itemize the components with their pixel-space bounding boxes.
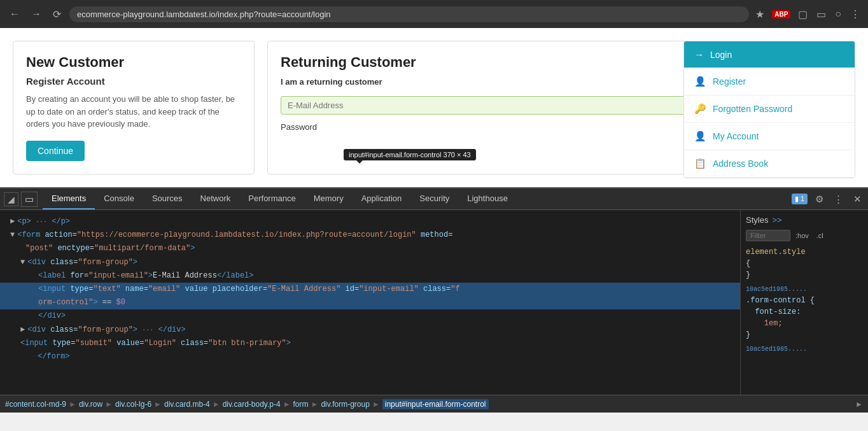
tab-lighthouse[interactable]: Lighthouse: [458, 188, 517, 209]
code-line-form-method: "post" enctype="multipart/form-data">: [0, 242, 740, 255]
bc-card-body[interactable]: div.card-body.p-4: [223, 400, 281, 409]
styles-panel: Styles >> :hov .cl element.style { } 10a…: [741, 210, 868, 395]
sidebar-item-address-label: Address Book: [713, 159, 768, 169]
form-control-selector: .form-control {: [746, 296, 815, 305]
code-line-div2: ►<div class="form-group"> ··· </div>: [0, 323, 740, 337]
sidebar-item-forgotten-password[interactable]: 🔑 Forgotten Password: [684, 95, 855, 123]
code-line-div-close: </div>: [0, 309, 740, 323]
sidebar-item-login-label: Login: [710, 50, 732, 60]
code-line-p: ►<p> ··· </p>: [0, 215, 740, 229]
tab-sources[interactable]: Sources: [143, 188, 192, 209]
tab-network[interactable]: Network: [192, 188, 240, 209]
address-book-icon: 📋: [694, 158, 706, 169]
bc-form[interactable]: form: [293, 400, 309, 409]
forward-button[interactable]: →: [28, 7, 45, 21]
login-icon: →: [694, 49, 704, 60]
console-icon[interactable]: ▮ 1: [792, 194, 808, 204]
code-line-form-open: ▼<form action="https://ecommerce-playgro…: [0, 229, 740, 242]
more-options-icon[interactable]: ⋮: [831, 191, 846, 208]
url-bar[interactable]: [69, 6, 749, 22]
bc-content[interactable]: #content.col-md-9: [5, 400, 66, 409]
sidebar-item-register[interactable]: 👤 Register: [684, 68, 855, 95]
register-icon: 👤: [694, 76, 706, 87]
extensions-icon[interactable]: ▢: [797, 7, 809, 22]
register-account-subtitle: Register Account: [26, 76, 241, 87]
element-style-rule: element.style { }: [746, 246, 863, 281]
breadcrumb-arrow[interactable]: ►: [855, 400, 863, 409]
sidebar-item-address-book[interactable]: 📋 Address Book: [684, 150, 855, 178]
filter-hov-button[interactable]: :hov: [793, 231, 811, 240]
bc-form-group[interactable]: div.form-group: [321, 400, 369, 409]
sidebar-item-register-label: Register: [713, 76, 746, 87]
new-customer-card: New Customer Register Account By creatin…: [13, 41, 255, 174]
styles-header: Styles >>: [746, 215, 863, 225]
code-line-div-form-group: ▼<div class="form-group">: [0, 256, 740, 269]
code-line-input-close: orm-control"> == $0: [0, 296, 740, 309]
devtools-body: ►<p> ··· </p> ▼<form action="https://eco…: [0, 210, 868, 395]
font-size-val: 1em;: [764, 319, 783, 328]
sidebar-item-login[interactable]: → Login: [684, 41, 855, 68]
tab-elements[interactable]: Elements: [43, 188, 95, 209]
bc-input-email[interactable]: input#input-email.form-control: [382, 399, 489, 409]
filter-cls-button[interactable]: .cl: [814, 231, 826, 240]
sidebar-item-forgotten-label: Forgotten Password: [713, 104, 792, 114]
menu-icon[interactable]: ⋮: [849, 7, 862, 22]
page-content: New Customer Register Account By creatin…: [0, 28, 868, 187]
continue-button[interactable]: Continue: [26, 141, 85, 161]
reload-button[interactable]: ⟳: [50, 7, 64, 22]
new-customer-description: By creating an account you will be able …: [26, 93, 241, 131]
close-icon[interactable]: ✕: [851, 191, 864, 208]
tab-performance[interactable]: Performance: [239, 188, 304, 209]
form-control-rule: 10ac5ed1985..... .form-control { font-si…: [746, 283, 863, 341]
devtools-tabbar: ◢ ▭ Elements Console Sources Network Per…: [0, 188, 868, 210]
sidebar-item-account-label: My Account: [713, 131, 759, 141]
filter-bar: :hov .cl: [746, 230, 863, 241]
code-line-input-open: <input type="text" name="email" value pl…: [0, 283, 740, 296]
new-customer-title: New Customer: [26, 54, 241, 71]
code-line-form-close: </form>: [0, 350, 740, 364]
browser-chrome: ← → ⟳ ★ ABP ▢ ▭ ○ ⋮: [0, 0, 868, 28]
bc-row[interactable]: div.row: [79, 400, 102, 409]
star-icon[interactable]: ★: [754, 7, 766, 22]
profile-icon[interactable]: ○: [834, 7, 843, 21]
second-rule: 10ac5ed1985.....: [746, 343, 863, 355]
tab-memory[interactable]: Memory: [305, 188, 353, 209]
element-tooltip: input#input-email.form-control 370 × 43: [344, 149, 476, 160]
tab-security[interactable]: Security: [410, 188, 458, 209]
filter-input[interactable]: [746, 230, 790, 241]
key-icon: 🔑: [694, 103, 706, 115]
tab-console[interactable]: Console: [95, 188, 143, 209]
account-sidebar: → Login 👤 Register 🔑 Forgotten Password …: [683, 41, 855, 178]
window-icon[interactable]: ▭: [815, 7, 827, 22]
settings-icon[interactable]: ⚙: [813, 191, 826, 208]
style-source-2: 10ac5ed1985.....: [746, 346, 807, 353]
inspect-element-icon[interactable]: ◢: [4, 192, 18, 206]
code-line-label: <label for="input-email">E-Mail Address<…: [0, 269, 740, 283]
styles-tab-label[interactable]: Styles: [746, 215, 768, 225]
devtools-breadcrumb: #content.col-md-9 ► div.row ► div.col-lg…: [0, 395, 868, 413]
code-line-submit: <input type="submit" value="Login" class…: [0, 337, 740, 350]
styles-more-icon[interactable]: >>: [772, 215, 781, 225]
account-icon: 👤: [694, 131, 706, 142]
elements-panel[interactable]: ►<p> ··· </p> ▼<form action="https://eco…: [0, 210, 741, 395]
devtools-toolbar-icons: ▮ 1 ⚙ ⋮ ✕: [792, 191, 864, 208]
font-size-prop: font-size:: [755, 307, 801, 316]
back-button[interactable]: ←: [6, 7, 23, 21]
sidebar-item-my-account[interactable]: 👤 My Account: [684, 123, 855, 150]
bc-card[interactable]: div.card.mb-4: [164, 400, 210, 409]
element-style-label: element.style: [746, 248, 806, 257]
device-toolbar-icon[interactable]: ▭: [21, 192, 38, 207]
style-source-1: 10ac5ed1985.....: [746, 286, 807, 293]
adblock-icon[interactable]: ABP: [772, 10, 790, 18]
bc-col-lg[interactable]: div.col-lg-6: [115, 400, 151, 409]
devtools-panel: ◢ ▭ Elements Console Sources Network Per…: [0, 187, 868, 413]
chrome-toolbar-icons: ★ ABP ▢ ▭ ○ ⋮: [754, 7, 862, 22]
tab-application[interactable]: Application: [353, 188, 411, 209]
